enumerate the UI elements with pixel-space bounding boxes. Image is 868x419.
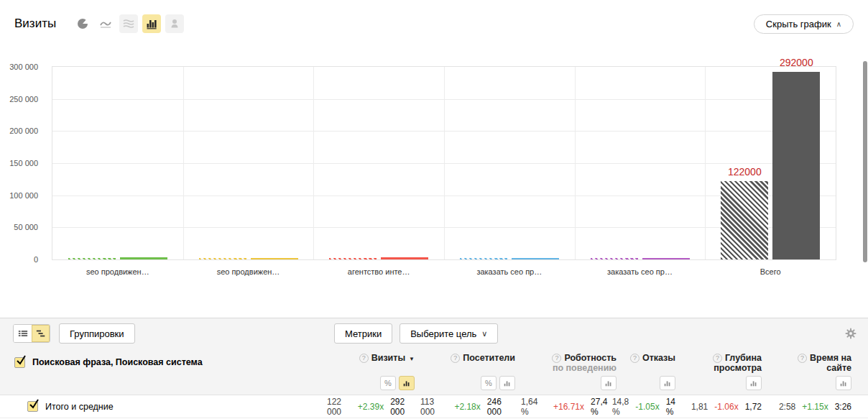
help-icon[interactable]: ?	[713, 354, 722, 363]
column-header-depth[interactable]: ?Глубина просмотра	[681, 349, 767, 376]
y-tick-label: 300 000	[9, 63, 38, 71]
x-tick-label: seo продвижен…	[183, 267, 314, 276]
metrics-button[interactable]: Метрики	[334, 323, 392, 344]
column-header-time-on-site[interactable]: ?Время на сайте	[767, 349, 857, 376]
groupings-button[interactable]: Группировки	[59, 323, 135, 344]
metrics-label: Метрики	[345, 328, 382, 339]
dimension-header-label: Поисковая фраза, Поисковая система	[32, 357, 203, 367]
bars-toggle-bounces[interactable]	[660, 376, 675, 390]
chart-bar[interactable]	[199, 258, 246, 259]
x-tick-label: seo продвижен…	[52, 267, 183, 276]
x-tick-label: Всего	[705, 267, 836, 276]
y-tick-label: 250 000	[9, 95, 38, 103]
chart-bar[interactable]	[68, 258, 116, 259]
chevron-up-icon: ∧	[836, 20, 841, 28]
chart-bar[interactable]	[642, 258, 690, 259]
x-tick-label: заказать сео пр…	[444, 267, 575, 276]
x-tick-label: агентство инте…	[313, 267, 444, 276]
chart-bar[interactable]	[329, 258, 377, 259]
hide-chart-label: Скрыть график	[766, 19, 831, 29]
x-tick-label: заказать сео пр…	[575, 267, 706, 276]
delta-badge: -1.06x	[714, 402, 738, 412]
bar-value-label: 292000	[753, 57, 839, 68]
totals-cell-depth: 1,81 -1.06x 1,72	[681, 402, 767, 412]
column-header-bounces[interactable]: ?Отказы	[622, 349, 681, 376]
chart-bar[interactable]	[120, 257, 167, 259]
totals-label-cell: Итого и средние	[0, 401, 327, 412]
column-header-robotness[interactable]: ?Роботность по поведению	[521, 349, 622, 376]
groupings-label: Группировки	[70, 328, 124, 339]
bars-toggle-visitors[interactable]	[499, 376, 515, 390]
report-table-section: Группировки Метрики Выберите цель ∨	[0, 318, 868, 418]
column-header-visits[interactable]: ?Визиты▼	[327, 349, 420, 376]
totals-row[interactable]: Итого и средние 122 000 +2.39x 292 000 1…	[0, 395, 868, 418]
percent-toggle-visitors[interactable]: %	[481, 376, 497, 390]
view-mode-switcher	[13, 324, 50, 343]
sort-desc-icon: ▼	[409, 356, 415, 362]
bars-toggle-depth[interactable]	[746, 376, 762, 390]
y-tick-label: 100 000	[9, 191, 38, 200]
help-icon[interactable]: ?	[451, 354, 460, 363]
settings-gear-icon[interactable]	[845, 328, 857, 339]
chart-bar[interactable]	[251, 258, 298, 259]
flat-list-view-icon[interactable]	[14, 325, 32, 342]
chart-title: Визиты	[14, 17, 56, 31]
chart-bar[interactable]	[721, 181, 768, 259]
vertical-gridline	[183, 67, 184, 259]
percent-toggle-visits[interactable]: %	[380, 376, 396, 390]
y-tick-label: 200 000	[9, 126, 38, 135]
select-goal-label: Выберите цель	[410, 328, 476, 339]
map-chart-icon[interactable]	[165, 14, 184, 33]
bar-chart-icon[interactable]	[142, 14, 161, 33]
select-all-checkbox[interactable]	[14, 357, 25, 368]
chart-bar[interactable]	[591, 258, 638, 259]
vertical-gridline	[444, 67, 445, 259]
help-icon[interactable]: ?	[630, 354, 640, 363]
y-axis: 300 000250 000200 000150 000100 00050 00…	[1, 67, 44, 259]
metrica-report-page: Визиты	[0, 0, 868, 418]
pie-chart-icon[interactable]	[73, 14, 92, 33]
delta-badge: +1.15x	[802, 402, 828, 412]
delta-badge: +2.18x	[454, 402, 480, 412]
metrics-controls: Метрики Выберите цель ∨	[334, 323, 498, 344]
chevron-down-icon: ∨	[481, 329, 487, 339]
totals-cell-visits: 122 000 +2.39x 292 000	[327, 397, 420, 417]
row-checkbox[interactable]	[27, 401, 38, 412]
chart-header: Визиты	[0, 0, 868, 47]
chart-bar[interactable]	[512, 258, 559, 259]
hide-chart-button[interactable]: Скрыть график ∧	[754, 14, 854, 34]
scrollbar-thumb[interactable]	[863, 61, 867, 262]
bars-toggle-robotness[interactable]	[601, 376, 617, 390]
vertical-gridline	[313, 67, 314, 259]
column-header-visitors[interactable]: ?Посетители	[420, 349, 521, 376]
bars-toggle-visits[interactable]	[399, 376, 415, 390]
chart-bar[interactable]	[460, 258, 507, 259]
help-icon[interactable]: ?	[552, 354, 561, 363]
vertical-gridline	[575, 67, 576, 259]
help-icon[interactable]: ?	[359, 354, 369, 363]
chart-section: Визиты	[0, 0, 868, 318]
bar-value-label: 122000	[701, 166, 788, 178]
delta-badge: +16.71x	[553, 402, 584, 412]
help-icon[interactable]: ?	[798, 354, 807, 363]
y-tick-label: 50 000	[14, 223, 38, 231]
plot-area: 300 000250 000200 000150 000100 00050 00…	[52, 66, 836, 260]
bars-toggle-time-on-site[interactable]	[836, 376, 851, 390]
y-tick-label: 150 000	[9, 159, 38, 167]
line-chart-icon[interactable]	[96, 14, 115, 33]
delta-badge: -1.05x	[635, 402, 659, 412]
stacked-area-chart-icon[interactable]	[119, 14, 138, 33]
dimension-header-cell: Поисковая фраза, Поисковая система	[0, 349, 327, 376]
chart-bar[interactable]	[381, 257, 428, 259]
totals-label: Итого и средние	[45, 402, 114, 412]
chart-type-switcher	[73, 14, 184, 33]
totals-cell-visitors: 113 000 +2.18x 246 000	[420, 397, 521, 417]
totals-cell-robotness: 1,64 % +16.71x 27,4 %	[521, 397, 622, 417]
y-tick-label: 0	[34, 255, 38, 264]
table-header-row: Поисковая фраза, Поисковая система ?Визи…	[0, 349, 868, 376]
select-goal-button[interactable]: Выберите цель ∨	[400, 323, 498, 344]
tree-view-icon[interactable]	[32, 325, 50, 342]
table-subheader-row: % %	[0, 376, 868, 395]
x-axis: seo продвижен…seo продвижен…агентство ин…	[52, 262, 836, 277]
totals-cell-bounces: 14,8 % -1.05x 14 %	[622, 397, 681, 417]
